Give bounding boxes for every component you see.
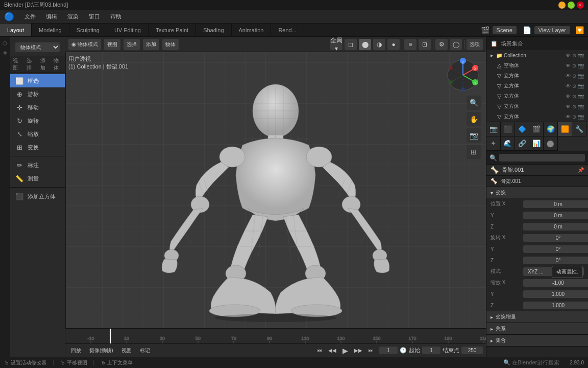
jump-prev[interactable]: ◀◀ (326, 347, 339, 354)
options-button[interactable]: 选项 (467, 39, 483, 50)
menu-help[interactable]: 帮助 (108, 12, 124, 21)
viewport-menu-select[interactable]: 选择 (24, 56, 38, 73)
render-icon[interactable]: 📷 (578, 53, 584, 58)
prop-tab-object[interactable]: 🟧 (558, 122, 572, 136)
current-frame-input[interactable] (379, 347, 398, 354)
scale-z-input[interactable] (523, 302, 588, 309)
close-button[interactable]: × (577, 2, 584, 9)
tool-cursor[interactable]: ⊕ 游标 (10, 87, 65, 101)
frame-start-input[interactable] (422, 347, 440, 354)
tool-annotate[interactable]: ✏ 标注 (10, 158, 65, 172)
viewport-shading-render[interactable]: ● (387, 39, 400, 50)
outliner-cube4[interactable]: ▽ 立方体 👁⊙📷 (486, 101, 588, 111)
viewport-shading-solid[interactable]: ⬤ (359, 39, 371, 50)
menu-window[interactable]: 窗口 (87, 12, 102, 21)
viewport-shading-lpe[interactable]: ◑ (373, 39, 385, 50)
timeline-camera-btn[interactable]: 摄像(插帧) (87, 346, 116, 355)
rotation-z-input[interactable] (523, 257, 588, 264)
maximize-button[interactable]: □ (568, 2, 575, 9)
grid-view[interactable]: ⊞ (467, 145, 481, 159)
outliner-cube1[interactable]: ▽ 立方体 👁⊙📷 (486, 71, 588, 81)
outliner-cube5[interactable]: ▽ 立方体 👁⊙📷 (486, 111, 588, 122)
viewport-menu-view[interactable]: 视图 (10, 56, 24, 73)
prop-tab-render[interactable]: 📷 (486, 122, 501, 136)
workspace-layout[interactable]: Layout (0, 24, 32, 36)
view-layer-selector[interactable]: View Layer (534, 26, 570, 34)
outliner-scene-collection[interactable]: ▸ 📁 Collection 👁 ⊙ 📷 (486, 50, 588, 60)
tool-move[interactable]: ✛ 移动 (10, 101, 65, 114)
proportional-edit[interactable]: ◯ (450, 39, 462, 50)
timeline-view-btn[interactable]: 视图 (119, 346, 134, 355)
snap-toggle[interactable]: ⚙ (435, 39, 448, 50)
timeline-marker-btn[interactable]: 标记 (137, 346, 153, 355)
timeline-playback-btn[interactable]: 回放 (68, 346, 84, 355)
workspace-animation[interactable]: Animation (232, 24, 272, 36)
location-y-input[interactable] (523, 212, 588, 219)
s-icon[interactable]: ⊙ (572, 63, 576, 68)
tool-rotate[interactable]: ↻ 旋转 (10, 114, 65, 127)
tool-options-btn[interactable]: ◈ (1, 48, 9, 56)
prop-tab-scene[interactable]: 🎬 (529, 122, 544, 136)
tool-scale[interactable]: ⤡ 缩放 (10, 127, 65, 141)
collections-section-header[interactable]: ▸ 集合 (486, 335, 588, 346)
viewport-menu-add[interactable]: 添加 (38, 56, 52, 73)
play-pause[interactable]: ▶ (340, 346, 351, 356)
camera-view[interactable]: 📷 (467, 128, 481, 143)
zoom-to-fit[interactable]: 🔍 (467, 96, 481, 110)
workspace-rend[interactable]: Rend... (271, 24, 304, 36)
navigation-gizmo[interactable]: Z X Y (445, 57, 481, 93)
outliner-cube3[interactable]: ▽ 立方体 👁⊙📷 (486, 91, 588, 101)
scale-y-input[interactable] (523, 290, 588, 298)
workspace-texture-paint[interactable]: Texture Paint (149, 24, 196, 36)
search-bar-label[interactable]: 🔍 在Blender进行搜索 (503, 359, 559, 366)
location-x-input[interactable] (523, 200, 588, 208)
overlay-toggle[interactable]: ≡ (404, 39, 416, 50)
transform-section-header[interactable]: ▾ 变换 (486, 187, 588, 198)
menu-file[interactable]: 文件 (22, 12, 38, 21)
prop-tab-physics[interactable]: 🌊 (501, 136, 515, 151)
menu-edit[interactable]: 编辑 (44, 12, 59, 21)
timeline-strip[interactable]: -10 10 30 50 70 90 110 130 150 170 190 2… (65, 328, 486, 343)
v-icon[interactable]: 👁 (566, 63, 571, 68)
prop-tab-constraints[interactable]: 🔗 (515, 136, 529, 151)
viewport-3d[interactable]: 用户透视 (1) Collection | 骨架.001 (65, 52, 486, 328)
hand-tool[interactable]: ✋ (467, 112, 481, 126)
prop-tab-particles[interactable]: ✦ (486, 136, 501, 151)
r-icon[interactable]: 📷 (578, 63, 584, 68)
tool-add-cube[interactable]: ⬛ 添加立方体 (10, 190, 65, 203)
outliner-cube2[interactable]: ▽ 立方体 👁⊙📷 (486, 81, 588, 91)
workspace-shading[interactable]: Shading (196, 24, 231, 36)
viewport-add-menu[interactable]: 添加 (143, 39, 159, 50)
viewport-view-menu[interactable]: 视图 (104, 39, 120, 50)
prop-tab-world[interactable]: 🌍 (544, 122, 558, 136)
minimize-button[interactable]: _ (558, 2, 566, 9)
tool-select[interactable]: ⬜ 框选 (10, 74, 65, 87)
prop-tab-modifier[interactable]: 🔧 (572, 122, 586, 136)
rotation-x-input[interactable] (523, 234, 588, 242)
outliner-empty[interactable]: △ 空物体 👁⊙📷 (486, 60, 588, 71)
scale-x-input[interactable] (523, 279, 588, 287)
jump-start[interactable]: ⏮ (314, 347, 325, 354)
viewport-display-mode[interactable]: ◉ 物体模式 (68, 39, 101, 50)
tool-transform[interactable]: ⊞ 变换 (10, 141, 65, 154)
visibility-icon[interactable]: 👁 (566, 53, 571, 58)
editor-type-btn[interactable]: ⬡ (1, 39, 9, 47)
location-z-input[interactable] (523, 223, 588, 231)
properties-search-input[interactable] (499, 154, 585, 162)
prop-tab-view-layer[interactable]: 🔷 (515, 122, 529, 136)
global-local-toggle[interactable]: 全局 ▾ (330, 39, 342, 50)
frame-end-input[interactable] (461, 347, 483, 354)
rotation-y-input[interactable] (523, 245, 588, 253)
workspace-uv-editing[interactable]: UV Editing (107, 24, 149, 36)
scene-selector[interactable]: Scene (493, 26, 517, 34)
viewport-shading-wireframe[interactable]: ◻ (345, 39, 357, 50)
interaction-mode-selector[interactable]: 物体模式 (15, 42, 60, 52)
restrict-icon[interactable]: ⊙ (572, 53, 576, 58)
viewport-object-menu[interactable]: 物体 (162, 39, 179, 50)
pin-icon[interactable]: 📌 (578, 167, 584, 173)
prop-tab-material[interactable]: ⬤ (544, 136, 558, 151)
delta-section-header[interactable]: ▸ 变换增量 (486, 311, 588, 323)
workspace-modeling[interactable]: Modeling (32, 24, 69, 36)
prop-tab-output[interactable]: ⬛ (501, 122, 515, 136)
tool-measure[interactable]: 📏 测量 (10, 172, 65, 185)
